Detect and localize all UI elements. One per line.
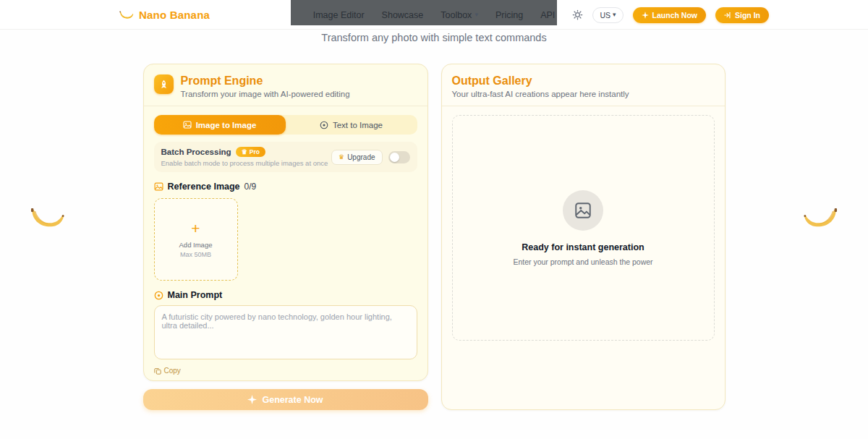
empty-state-title: Ready for instant generation (522, 242, 644, 252)
output-gallery-titles: Output Gallery Your ultra-fast AI creati… (452, 74, 629, 98)
generate-now-button[interactable]: Generate Now (143, 389, 428, 410)
main-content: Prompt Engine Transform your image with … (143, 64, 726, 410)
batch-controls: ♛ Upgrade (331, 150, 409, 165)
batch-info: Batch Processing ♛ Pro Enable batch mode… (161, 147, 328, 167)
tab-image-to-image[interactable]: Image to Image (154, 115, 286, 135)
max-size-label: Max 50MB (180, 251, 211, 258)
prompt-engine-titles: Prompt Engine Transform your image with … (181, 74, 350, 98)
sign-in-label: Sign In (735, 11, 760, 20)
reference-image-label: Reference Image (168, 182, 240, 192)
launch-now-button[interactable]: Launch Now (633, 7, 706, 23)
batch-toggle-switch[interactable] (388, 151, 410, 163)
chevron-down-icon: ▾ (475, 12, 478, 18)
nav-label: API (540, 10, 555, 20)
rocket-icon (154, 74, 174, 94)
banana-logo-icon (119, 9, 134, 21)
nav-api[interactable]: API (540, 10, 555, 20)
add-image-label: Add Image (179, 241, 213, 249)
batch-description: Enable batch mode to process multiple im… (161, 159, 328, 167)
sparkle-icon (247, 395, 257, 404)
plus-icon: + (191, 221, 200, 236)
main-prompt-label: Main Prompt (168, 290, 223, 300)
prompt-engine-column: Prompt Engine Transform your image with … (143, 64, 428, 410)
nav-label: Showcase (382, 10, 424, 20)
tab-text-to-image[interactable]: Text to Image (286, 115, 417, 135)
language-selector[interactable]: US ▾ (592, 7, 623, 23)
chevron-down-icon: ▾ (613, 12, 616, 18)
pro-badge-label: Pro (250, 148, 260, 155)
divider (442, 106, 725, 106)
output-gallery-header: Output Gallery Your ultra-fast AI creati… (452, 74, 715, 98)
banana-decoration-left (30, 205, 65, 232)
crown-icon: ♛ (339, 154, 344, 161)
main-nav: Image Editor Showcase Toolbox ▾ Pricing … (313, 0, 556, 30)
prompt-engine-card: Prompt Engine Transform your image with … (143, 64, 428, 381)
header: Nano Banana Image Editor Showcase Toolbo… (0, 0, 868, 30)
prompt-engine-title: Prompt Engine (181, 74, 350, 88)
mode-tabs: Image to Image Text to Image (154, 115, 417, 135)
copy-button[interactable]: Copy (154, 367, 417, 375)
nav-label: Toolbox (441, 10, 472, 20)
prompt-engine-header: Prompt Engine Transform your image with … (154, 74, 417, 98)
add-image-dropzone[interactable]: + Add Image Max 50MB (154, 198, 238, 281)
brand-name: Nano Banana (139, 9, 210, 21)
header-actions: US ▾ Launch Now Sign In (572, 0, 769, 30)
nav-label: Image Editor (313, 10, 365, 20)
batch-title: Batch Processing (161, 148, 231, 156)
crown-icon: ♛ (242, 149, 247, 155)
nav-label: Pricing (495, 10, 523, 20)
sign-in-button[interactable]: Sign In (715, 7, 769, 23)
image-icon (154, 182, 163, 191)
output-empty-state: Ready for instant generation Enter your … (452, 115, 715, 341)
nav-pricing[interactable]: Pricing (495, 10, 523, 20)
reference-image-count: 0/9 (244, 182, 257, 192)
language-value: US (600, 11, 610, 20)
tab-label: Image to Image (196, 121, 257, 129)
nav-toolbox[interactable]: Toolbox ▾ (441, 10, 478, 20)
image-placeholder-circle (563, 190, 603, 231)
pro-badge: ♛ Pro (236, 147, 265, 157)
empty-state-subtitle: Enter your prompt and unleash the power (513, 257, 652, 266)
generate-now-label: Generate Now (262, 395, 323, 405)
banana-decoration-right (803, 205, 838, 232)
prompt-input[interactable] (154, 305, 417, 359)
upgrade-label: Upgrade (347, 153, 375, 161)
batch-title-row: Batch Processing ♛ Pro (161, 147, 328, 157)
nav-image-editor[interactable]: Image Editor (313, 10, 365, 20)
hero-subtitle: Transform any photo with simple text com… (0, 32, 868, 43)
sparkle-icon (642, 12, 649, 19)
toggle-knob (390, 153, 399, 162)
copy-label: Copy (164, 367, 181, 375)
tab-label: Text to Image (333, 121, 383, 129)
prompt-engine-subtitle: Transform your image with AI-powered edi… (181, 90, 350, 98)
aperture-icon (320, 121, 328, 129)
upgrade-button[interactable]: ♛ Upgrade (331, 150, 382, 165)
output-gallery-column: Output Gallery Your ultra-fast AI creati… (441, 64, 726, 410)
output-gallery-card: Output Gallery Your ultra-fast AI creati… (441, 64, 726, 410)
reference-image-label-row: Reference Image 0/9 (154, 182, 417, 192)
output-gallery-subtitle: Your ultra-fast AI creations appear here… (452, 90, 629, 98)
output-gallery-title: Output Gallery (452, 74, 629, 88)
sign-in-arrow-icon (724, 12, 731, 19)
header-inner: Nano Banana Image Editor Showcase Toolbo… (0, 0, 868, 29)
batch-processing-row: Batch Processing ♛ Pro Enable batch mode… (154, 142, 417, 172)
copy-icon (154, 367, 161, 375)
launch-now-label: Launch Now (652, 11, 697, 20)
brand-logo[interactable]: Nano Banana (119, 0, 210, 30)
theme-toggle-button[interactable] (572, 9, 583, 20)
main-prompt-label-row: Main Prompt (154, 290, 417, 300)
nav-showcase[interactable]: Showcase (382, 10, 424, 20)
image-placeholder-icon (574, 201, 592, 220)
sun-icon (572, 9, 583, 20)
target-icon (154, 291, 163, 300)
divider (144, 106, 427, 106)
image-icon (183, 121, 192, 129)
